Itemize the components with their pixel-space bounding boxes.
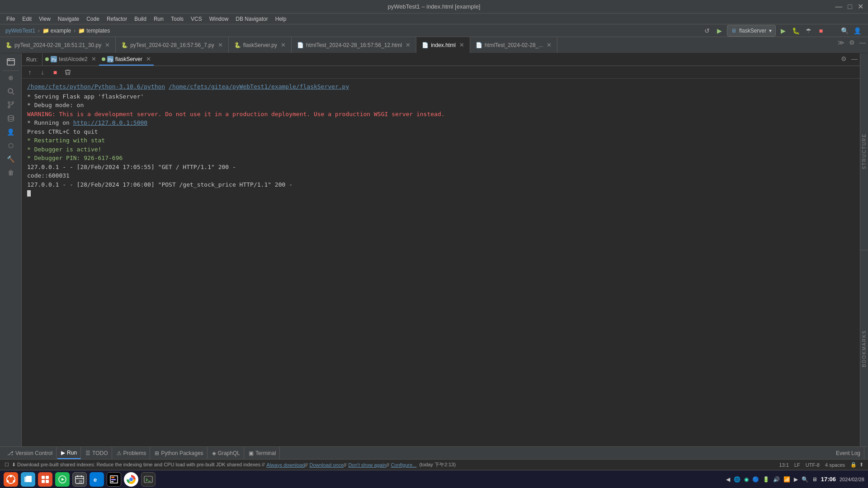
breadcrumb-folder[interactable]: 📁 example <box>42 28 71 34</box>
sidebar-delete-icon[interactable]: 🗑 <box>2 166 20 179</box>
notif-configure[interactable]: Configure... <box>391 462 417 468</box>
python-path-link[interactable]: /home/cfets/python/Python-3.10.6/python <box>27 83 165 90</box>
tray-arrow-icon[interactable]: ◀ <box>726 476 730 483</box>
run-tab-testAIcode2[interactable]: Py testAIcode2 ✕ <box>42 53 99 66</box>
taskbar-browser2-icon[interactable]: e <box>90 472 104 487</box>
bookmarks-bar[interactable]: Bookmarks <box>860 250 868 447</box>
menu-help[interactable]: Help <box>273 15 289 23</box>
sidebar-search-icon[interactable] <box>2 84 20 98</box>
sidebar-add-icon[interactable]: ⊕ <box>2 71 20 84</box>
status-tab-problems[interactable]: ⚠ Problems <box>113 447 151 459</box>
editor-tab-3[interactable]: 📄 htmlTest_2024-02-28_16:57:56_12.html ✕ <box>292 37 416 53</box>
status-tab-todo[interactable]: ☰ TODO <box>82 447 112 459</box>
tray-color-icon[interactable]: ◉ <box>744 476 749 483</box>
terminal-settings-icon[interactable]: ⚙ <box>838 53 849 64</box>
menu-edit[interactable]: Edit <box>19 15 34 23</box>
taskbar-files-icon[interactable] <box>21 472 35 487</box>
term-clear-icon[interactable] <box>62 67 73 78</box>
menu-code[interactable]: Code <box>84 15 102 23</box>
server-config-button[interactable]: 🖥 flaskServer ▾ <box>727 25 776 37</box>
menu-vcs[interactable]: VCS <box>188 15 205 23</box>
tab-close-2[interactable]: ✕ <box>281 42 286 48</box>
taskbar-music-icon[interactable] <box>55 472 70 487</box>
notification-checkbox[interactable]: ☐ <box>5 462 9 468</box>
tray-vol-icon[interactable]: 🔊 <box>773 476 780 483</box>
tab-close-5[interactable]: ✕ <box>547 42 552 48</box>
tab-collapse-icon[interactable]: — <box>857 37 868 48</box>
server-url-link[interactable]: http://127.0.0.1:5000 <box>73 119 147 126</box>
sidebar-db-icon[interactable] <box>2 112 20 125</box>
sidebar-run-config-icon[interactable]: ⬡ <box>2 139 20 152</box>
notif-always-download[interactable]: Always download <box>266 462 305 468</box>
menu-window[interactable]: Window <box>207 15 231 23</box>
menu-view[interactable]: View <box>36 15 53 23</box>
close-button[interactable]: ✕ <box>858 2 863 11</box>
tray-forward-icon[interactable]: ▶ <box>794 476 798 483</box>
tab-icon-4: 📄 <box>422 42 429 48</box>
structure-bar[interactable]: Structure <box>860 53 868 250</box>
tray-browser-icon[interactable]: 🌐 <box>734 476 741 483</box>
menu-db[interactable]: DB Navigator <box>233 15 270 23</box>
breadcrumb-project[interactable]: pyWebTest1 <box>5 28 35 34</box>
taskbar-ubuntu-icon[interactable] <box>4 472 18 487</box>
run-button[interactable]: ▶ <box>778 25 788 36</box>
editor-tab-0[interactable]: 🐍 pyTest_2024-02-28_16:51:21_30.py ✕ <box>0 37 116 53</box>
term-scroll-up-icon[interactable]: ↑ <box>24 67 35 78</box>
status-tab-graphql[interactable]: ◈ GraphQL <box>208 447 244 459</box>
toolbar-run-green-icon[interactable]: ▶ <box>714 25 725 36</box>
toolbar-sync-icon[interactable]: ↺ <box>702 25 712 36</box>
tray-power-icon[interactable]: 🔋 <box>763 476 769 483</box>
tab-settings-icon[interactable]: ⚙ <box>846 37 857 48</box>
search-toolbar-icon[interactable]: 🔍 <box>839 25 850 36</box>
menu-file[interactable]: File <box>4 15 18 23</box>
event-log-button[interactable]: Event Log <box>832 447 864 459</box>
minimize-button[interactable]: — <box>835 3 842 11</box>
notif-download-once[interactable]: Download once <box>309 462 344 468</box>
tabs-overflow-button[interactable]: ≫ <box>835 37 846 48</box>
term-stop-icon[interactable]: ■ <box>50 67 61 78</box>
editor-tab-2[interactable]: 🐍 flaskServer.py ✕ <box>229 37 292 53</box>
tab-close-1[interactable]: ✕ <box>218 42 223 48</box>
term-scroll-down-icon[interactable]: ↓ <box>37 67 48 78</box>
editor-tab-4[interactable]: 📄 index.html ✕ <box>416 37 470 53</box>
run-tab-close-0[interactable]: ✕ <box>91 56 96 62</box>
menu-run[interactable]: Run <box>151 15 166 23</box>
tab-close-4[interactable]: ✕ <box>459 42 464 48</box>
status-tab-python-packages[interactable]: ⊞ Python Packages <box>151 447 207 459</box>
taskbar-jetbrains-icon[interactable] <box>107 472 121 487</box>
sidebar-vcs-icon[interactable] <box>2 98 20 112</box>
tray-net-icon[interactable]: 📶 <box>783 476 790 483</box>
tab-close-0[interactable]: ✕ <box>105 42 110 48</box>
status-tab-terminal[interactable]: ▣ Terminal <box>245 447 280 459</box>
menu-navigate[interactable]: Navigate <box>55 15 82 23</box>
taskbar-terminal2-icon[interactable] <box>141 472 156 487</box>
status-tab-version-control[interactable]: ⎇ Version Control <box>4 447 57 459</box>
tab-close-3[interactable]: ✕ <box>406 42 410 48</box>
stop-button[interactable]: ■ <box>816 25 826 36</box>
profile-icon[interactable]: 👤 <box>852 25 863 36</box>
menu-tools[interactable]: Tools <box>168 15 186 23</box>
run-tab-close-1[interactable]: ✕ <box>146 56 151 62</box>
run-tab-flaskserver[interactable]: Py flaskServer ✕ <box>99 53 154 66</box>
sidebar-user-icon[interactable]: 👤 <box>2 125 20 139</box>
sidebar-project-icon[interactable] <box>2 55 20 69</box>
coverage-button[interactable]: ☂ <box>803 25 814 36</box>
notif-dont-show[interactable]: Don't show again <box>348 462 386 468</box>
status-tab-run[interactable]: ▶ Run <box>57 447 81 459</box>
menu-refactor[interactable]: Refactor <box>104 15 130 23</box>
tray-search-icon[interactable]: 🔍 <box>802 476 808 483</box>
taskbar-chrome-icon[interactable] <box>124 472 138 487</box>
tray-bt-icon[interactable]: 🔵 <box>752 476 759 483</box>
editor-tab-5[interactable]: 📄 htmlTest_2024-02-28_... ✕ <box>470 37 557 53</box>
taskbar-apps2-icon[interactable] <box>38 472 52 487</box>
editor-tab-1[interactable]: 🐍 pyTest_2024-02-28_16:57:56_7.py ✕ <box>116 37 228 53</box>
taskbar-calendar-icon[interactable]: 28 <box>72 472 87 487</box>
sidebar-build-icon[interactable]: 🔨 <box>2 152 20 166</box>
menu-build[interactable]: Build <box>132 15 149 23</box>
debug-button[interactable]: 🐛 <box>790 25 801 36</box>
maximize-button[interactable]: □ <box>848 3 852 11</box>
flask-server-path-link[interactable]: /home/cfets/gitea/pyWebTest1/example/fla… <box>169 83 349 90</box>
terminal-collapse-icon[interactable]: — <box>849 53 860 64</box>
breadcrumb-templates[interactable]: 📁 templates <box>78 28 110 34</box>
tray-monitor-icon[interactable]: 🖥 <box>812 476 817 483</box>
